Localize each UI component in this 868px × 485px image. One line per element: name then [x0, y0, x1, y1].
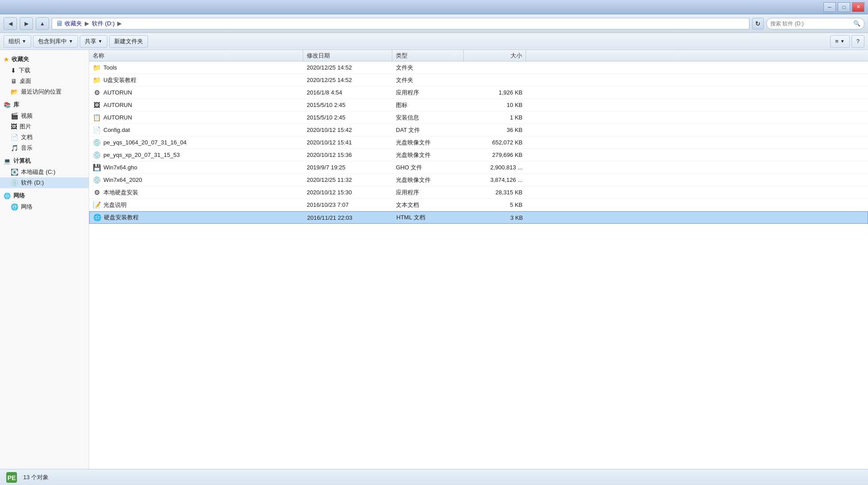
pictures-label: 图片: [20, 123, 31, 131]
maximize-button[interactable]: □: [838, 2, 850, 12]
svg-text:PE: PE: [8, 474, 16, 481]
file-date-cell: 2020/10/12 15:30: [303, 189, 392, 196]
sidebar-item-desktop[interactable]: 🖥 桌面: [0, 76, 89, 86]
desktop-icon: 🖥: [11, 78, 17, 85]
search-input[interactable]: [770, 21, 852, 27]
network-item-label: 网络: [21, 203, 33, 211]
table-row[interactable]: 🌐 硬盘安装教程 2016/11/21 22:03 HTML 文档 3 KB: [89, 211, 868, 224]
favorites-section: ★ 收藏夹 ⬇ 下载 🖥 桌面 📂 最近访问的位置: [0, 53, 89, 97]
file-name-cell: 📁 U盘安装教程: [89, 76, 303, 84]
file-type-cell: 光盘映像文件: [392, 139, 464, 147]
search-box[interactable]: 🔍: [766, 18, 864, 29]
file-type-cell: 文件夹: [392, 76, 464, 84]
col-header-type[interactable]: 类型: [392, 50, 464, 61]
file-date-cell: 2020/10/12 15:36: [303, 152, 392, 158]
address-path[interactable]: 🖥 收藏夹 ▶ 软件 (D:) ▶: [52, 18, 749, 29]
file-name: AUTORUN: [103, 102, 132, 108]
file-date-cell: 2015/5/10 2:45: [303, 114, 392, 121]
file-type-icon: 🖼: [93, 101, 101, 109]
network-header[interactable]: 🌐 网络: [0, 190, 89, 201]
sidebar-item-music[interactable]: 🎵 音乐: [0, 143, 89, 153]
sidebar-item-d-drive[interactable]: 💿 软件 (D:): [0, 177, 89, 188]
minimize-button[interactable]: ─: [823, 2, 836, 12]
table-row[interactable]: ⚙ AUTORUN 2016/1/8 4:54 应用程序 1,926 KB: [89, 86, 868, 99]
table-row[interactable]: 💾 Win7x64.gho 2019/9/7 19:25 GHO 文件 2,90…: [89, 161, 868, 174]
table-row[interactable]: ⚙ 本地硬盘安装 2020/10/12 15:30 应用程序 28,315 KB: [89, 186, 868, 199]
share-button[interactable]: 共享 ▼: [80, 35, 107, 48]
table-row[interactable]: 💿 pe_yqs_xp_20_07_31_15_53 2020/10/12 15…: [89, 149, 868, 161]
library-label: 库: [13, 101, 19, 109]
file-name-cell: 🖼 AUTORUN: [89, 101, 303, 109]
new-folder-button[interactable]: 新建文件夹: [109, 35, 148, 48]
help-button[interactable]: ?: [852, 35, 864, 48]
file-name: pe_yqs_xp_20_07_31_15_53: [103, 152, 180, 158]
favorites-header[interactable]: ★ 收藏夹: [0, 53, 89, 65]
file-size-cell: 2,900,813 ...: [464, 164, 526, 171]
network-label: 网络: [13, 192, 25, 200]
file-type-icon: 💾: [93, 164, 101, 172]
file-name-cell: 📄 Config.dat: [89, 126, 303, 134]
pictures-icon: 🖼: [11, 123, 17, 130]
sidebar-item-network[interactable]: 🌐 网络: [0, 201, 89, 212]
col-header-date[interactable]: 修改日期: [303, 50, 392, 61]
path-computer[interactable]: 收藏夹: [65, 20, 82, 28]
view-dropdown-icon: ▼: [840, 39, 845, 44]
file-name: Win7x64.gho: [103, 164, 137, 171]
up-button[interactable]: ▲: [36, 17, 49, 30]
table-row[interactable]: 📄 Config.dat 2020/10/12 15:42 DAT 文件 36 …: [89, 124, 868, 136]
file-name: Win7x64_2020: [103, 177, 142, 183]
sidebar-item-documents[interactable]: 📄 文档: [0, 132, 89, 143]
network-section: 🌐 网络 🌐 网络: [0, 190, 89, 212]
organize-button[interactable]: 组织 ▼: [4, 35, 31, 48]
col-header-size[interactable]: 大小: [464, 50, 526, 61]
path-drive[interactable]: 软件 (D:): [92, 20, 115, 28]
include-library-label: 包含到库中: [38, 37, 67, 45]
view-button[interactable]: ≡ ▼: [830, 35, 850, 48]
library-dropdown-icon: ▼: [69, 39, 73, 44]
file-name-cell: 💿 Win7x64_2020: [89, 176, 303, 184]
sidebar-item-video[interactable]: 🎬 视频: [0, 111, 89, 121]
help-icon: ?: [856, 38, 860, 45]
table-row[interactable]: 📋 AUTORUN 2015/5/10 2:45 安装信息 1 KB: [89, 111, 868, 124]
close-button[interactable]: ✕: [852, 2, 864, 12]
music-icon: 🎵: [11, 144, 18, 152]
sidebar-item-c-drive[interactable]: 💽 本地磁盘 (C:): [0, 167, 89, 177]
library-header[interactable]: 📚 库: [0, 99, 89, 111]
col-header-name[interactable]: 名称: [89, 50, 303, 61]
table-row[interactable]: 💿 pe_yqs_1064_20_07_31_16_04 2020/10/12 …: [89, 136, 868, 149]
file-type-cell: 文件夹: [392, 64, 464, 72]
table-row[interactable]: 📁 U盘安装教程 2020/12/25 14:52 文件夹: [89, 74, 868, 86]
file-area[interactable]: 名称 修改日期 类型 大小 📁 Tools 2020/12/25 14:52 文…: [89, 50, 868, 469]
sidebar-item-pictures[interactable]: 🖼 图片: [0, 121, 89, 132]
file-size-cell: 5 KB: [464, 201, 526, 208]
computer-icon: 🖥: [56, 20, 63, 28]
c-drive-icon: 💽: [11, 169, 18, 176]
d-drive-label: 软件 (D:): [21, 179, 44, 187]
sidebar-item-recent[interactable]: 📂 最近访问的位置: [0, 86, 89, 97]
file-type-icon: 🌐: [93, 214, 101, 222]
refresh-button[interactable]: ↻: [752, 18, 764, 29]
d-drive-icon: 💿: [11, 179, 18, 186]
file-type-cell: 光盘映像文件: [392, 176, 464, 184]
include-library-button[interactable]: 包含到库中 ▼: [33, 35, 78, 48]
file-name-cell: 📋 AUTORUN: [89, 114, 303, 122]
back-button[interactable]: ◀: [4, 17, 17, 30]
forward-button[interactable]: ▶: [20, 17, 33, 30]
computer-label: 计算机: [13, 157, 31, 165]
main-area: ★ 收藏夹 ⬇ 下载 🖥 桌面 📂 最近访问的位置 📚 库 �: [0, 50, 868, 469]
table-row[interactable]: 💿 Win7x64_2020 2020/12/25 11:32 光盘映像文件 3…: [89, 174, 868, 186]
file-type-icon: 💿: [93, 139, 101, 147]
file-size-cell: 652,072 KB: [464, 139, 526, 146]
sidebar-item-download[interactable]: ⬇ 下载: [0, 65, 89, 76]
computer-header[interactable]: 💻 计算机: [0, 155, 89, 167]
statusbar: PE 13 个对象: [0, 469, 868, 485]
file-name-cell: 💿 pe_yqs_1064_20_07_31_16_04: [89, 139, 303, 147]
file-size-cell: 28,315 KB: [464, 189, 526, 196]
table-row[interactable]: 🖼 AUTORUN 2015/5/10 2:45 图标 10 KB: [89, 99, 868, 111]
table-row[interactable]: 📁 Tools 2020/12/25 14:52 文件夹: [89, 62, 868, 74]
file-name: 硬盘安装教程: [104, 214, 139, 222]
file-name: AUTORUN: [103, 114, 132, 121]
toolbar-right: ≡ ▼ ?: [830, 35, 864, 48]
table-row[interactable]: 📝 光盘说明 2016/10/23 7:07 文本文档 5 KB: [89, 199, 868, 211]
file-name-cell: 💿 pe_yqs_xp_20_07_31_15_53: [89, 151, 303, 159]
